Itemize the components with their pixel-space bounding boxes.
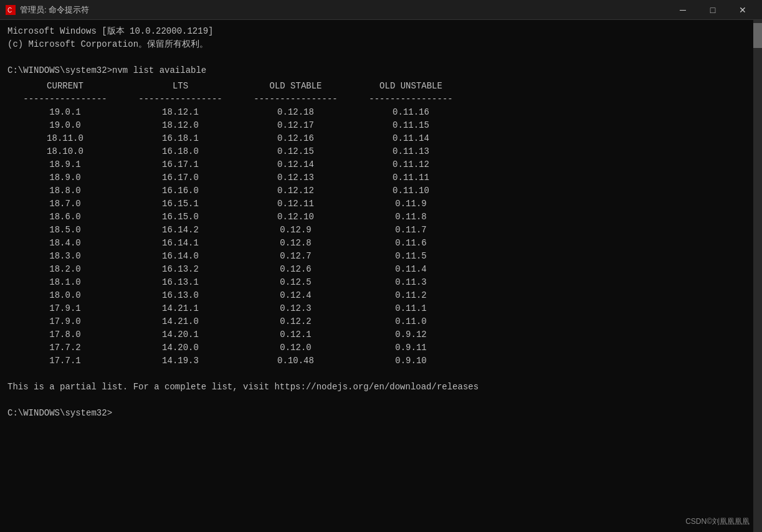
table-cell: 0.9.12 [353, 328, 469, 341]
table-cell: 18.12.0 [123, 119, 238, 132]
table-cell: 16.15.1 [123, 197, 238, 211]
table-row: 17.9.014.21.00.12.20.11.0 [7, 315, 755, 328]
table-cell: 0.12.18 [238, 106, 353, 119]
table-cell: 18.11.0 [7, 132, 123, 145]
table-cell: 0.11.14 [353, 132, 469, 145]
table-row: 18.9.016.17.00.12.130.11.11 [7, 171, 755, 184]
table-cell: 18.10.0 [7, 145, 123, 158]
table-row: 18.2.016.13.20.12.60.11.4 [7, 263, 755, 276]
table-cell: 17.7.1 [7, 354, 123, 368]
table-cell: 0.11.6 [353, 237, 469, 250]
table-cell: 0.11.3 [353, 276, 469, 289]
table-cell: 0.11.7 [353, 224, 469, 237]
table-cell: 0.11.1 [353, 302, 469, 315]
table-cell: 18.6.0 [7, 211, 123, 224]
table-cell: 0.11.8 [353, 211, 469, 224]
table-cell: 0.11.11 [353, 171, 469, 184]
table-cell: 0.12.10 [238, 211, 353, 224]
table-cell: 0.12.17 [238, 119, 353, 132]
table-cell: 16.17.0 [123, 171, 238, 184]
table-cell: 0.11.4 [353, 263, 469, 276]
table-cell: 18.9.0 [7, 171, 123, 184]
console-area: Microsoft Windows [版本 10.0.22000.1219] (… [0, 20, 762, 532]
table-cell: 18.1.0 [7, 276, 123, 289]
table-row: 18.3.016.14.00.12.70.11.5 [7, 250, 755, 263]
table-cell: 16.18.0 [123, 145, 238, 158]
table-cell: 0.12.8 [238, 237, 353, 250]
close-button[interactable]: ✕ [728, 0, 757, 20]
nvm-table: CURRENT LTS OLD STABLE OLD UNSTABLE ----… [7, 80, 755, 368]
table-cell: 14.20.1 [123, 328, 238, 341]
scrollbar-thumb[interactable] [753, 23, 762, 48]
prompt-line: C:\WINDOWS\system32> [7, 407, 755, 420]
table-cell: 0.12.9 [238, 224, 353, 237]
table-cell: 18.7.0 [7, 197, 123, 211]
table-row: 18.5.016.14.20.12.90.11.7 [7, 224, 755, 237]
table-cell: 18.5.0 [7, 224, 123, 237]
table-cell: 0.9.11 [353, 341, 469, 354]
table-cell: 0.12.11 [238, 197, 353, 211]
table-cell: 0.12.7 [238, 250, 353, 263]
table-cell: 16.14.1 [123, 237, 238, 250]
table-cell: 0.11.5 [353, 250, 469, 263]
table-row: 18.8.016.16.00.12.120.11.10 [7, 184, 755, 197]
table-cell: 0.11.0 [353, 315, 469, 328]
header-lts: LTS [123, 80, 238, 93]
table-cell: 18.4.0 [7, 237, 123, 250]
table-cell: 0.11.2 [353, 289, 469, 302]
maximize-button[interactable]: □ [698, 0, 727, 20]
table-row: 17.9.114.21.10.12.30.11.1 [7, 302, 755, 315]
table-row: 17.7.114.19.30.10.480.9.10 [7, 354, 755, 368]
table-cell: 16.13.2 [123, 263, 238, 276]
system-line-2: (c) Microsoft Corporation。保留所有权利。 [7, 38, 755, 51]
table-cell: 16.14.0 [123, 250, 238, 263]
table-cell: 14.21.1 [123, 302, 238, 315]
watermark: CSDN©刘凰凰凰凰 [685, 516, 750, 527]
table-row: 18.10.016.18.00.12.150.11.13 [7, 145, 755, 158]
table-row: 19.0.118.12.10.12.180.11.16 [7, 106, 755, 119]
table-cell: 16.13.0 [123, 289, 238, 302]
table-row: 18.9.116.17.10.12.140.11.12 [7, 158, 755, 171]
command-line: C:\WINDOWS\system32>nvm list available [7, 64, 755, 77]
table-cell: 0.12.4 [238, 289, 353, 302]
table-cell: 0.12.1 [238, 328, 353, 341]
table-header: CURRENT LTS OLD STABLE OLD UNSTABLE [7, 80, 755, 93]
table-cell: 0.11.10 [353, 184, 469, 197]
table-cell: 18.3.0 [7, 250, 123, 263]
table-cell: 0.9.10 [353, 354, 469, 368]
table-row: 17.7.214.20.00.12.00.9.11 [7, 341, 755, 354]
header-old-stable: OLD STABLE [238, 80, 353, 93]
table-cell: 16.16.0 [123, 184, 238, 197]
blank-line-1 [7, 51, 755, 64]
app-icon: C [5, 4, 16, 16]
table-cell: 17.7.2 [7, 341, 123, 354]
header-current: CURRENT [7, 80, 123, 93]
table-row: 17.8.014.20.10.12.10.9.12 [7, 328, 755, 341]
table-cell: 0.11.9 [353, 197, 469, 211]
titlebar: C 管理员: 命令提示符 ─ □ ✕ [0, 0, 762, 20]
table-row: 18.7.016.15.10.12.110.11.9 [7, 197, 755, 211]
table-cell: 18.8.0 [7, 184, 123, 197]
table-row: 18.6.016.15.00.12.100.11.8 [7, 211, 755, 224]
table-cell: 0.10.48 [238, 354, 353, 368]
table-cell: 14.19.3 [123, 354, 238, 368]
table-cell: 18.0.0 [7, 289, 123, 302]
table-cell: 0.11.12 [353, 158, 469, 171]
minimize-button[interactable]: ─ [669, 0, 697, 20]
window-controls: ─ □ ✕ [669, 0, 757, 20]
table-cell: 0.12.6 [238, 263, 353, 276]
table-cell: 0.12.3 [238, 302, 353, 315]
table-cell: 18.2.0 [7, 263, 123, 276]
table-row: 18.4.016.14.10.12.80.11.6 [7, 237, 755, 250]
table-cell: 16.17.1 [123, 158, 238, 171]
table-cell: 0.12.13 [238, 171, 353, 184]
scrollbar[interactable] [753, 20, 762, 532]
table-cell: 14.20.0 [123, 341, 238, 354]
table-cell: 0.12.0 [238, 341, 353, 354]
table-cell: 0.12.5 [238, 276, 353, 289]
table-body: 19.0.118.12.10.12.180.11.1619.0.018.12.0… [7, 106, 755, 368]
blank-line-3 [7, 394, 755, 407]
table-cell: 0.12.16 [238, 132, 353, 145]
table-cell: 0.12.15 [238, 145, 353, 158]
footer-line: This is a partial list. For a complete l… [7, 381, 755, 394]
